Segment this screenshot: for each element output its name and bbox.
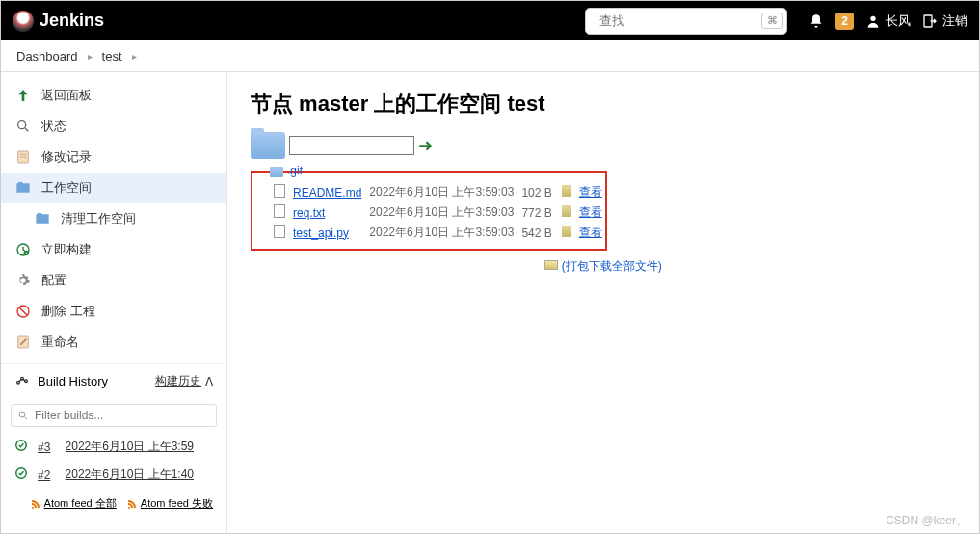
atom-feed-all[interactable]: Atom feed 全部	[30, 496, 117, 511]
user-name: 长风	[886, 13, 911, 30]
svg-line-12	[19, 307, 27, 315]
build-history-toggle[interactable]: 构建历史 ᐱ	[155, 373, 213, 389]
success-icon	[14, 439, 28, 455]
sidebar-item-label: 返回面板	[41, 87, 92, 104]
delete-icon	[14, 303, 32, 320]
sidebar-item-back[interactable]: 返回面板	[1, 80, 226, 111]
main-content: 节点 master 上的工作空间 test ➜ .git README.md 2…	[227, 72, 979, 533]
gear-icon	[14, 272, 32, 289]
file-view-link[interactable]: 查看	[579, 226, 602, 239]
sidebar-item-label: 立即构建	[41, 241, 92, 258]
zip-icon	[562, 185, 571, 197]
search-input[interactable]	[599, 13, 761, 28]
bell-icon[interactable]	[808, 13, 824, 29]
sidebar-item-label: 修改记录	[41, 148, 92, 166]
search-icon	[14, 118, 32, 135]
table-row: README.md 2022年6月10日 上午3:59:03 102 B 查看	[270, 182, 606, 202]
zip-icon	[562, 205, 571, 217]
atom-feed-fail[interactable]: Atom feed 失败	[126, 496, 213, 511]
sidebar-item-label: 状态	[41, 118, 66, 135]
chevron-right-icon: ▸	[132, 51, 137, 62]
build-date[interactable]: 2022年6月10日 上午1:40	[66, 467, 194, 483]
path-bar: ➜	[251, 132, 956, 159]
file-date: 2022年6月10日 上午3:59:03	[365, 202, 517, 223]
user-icon	[865, 13, 881, 29]
folder-icon	[270, 167, 283, 177]
jenkins-mascot-icon	[13, 11, 34, 32]
sidebar-item-configure[interactable]: 配置	[1, 265, 226, 296]
file-name-link[interactable]: test_api.py	[293, 227, 349, 240]
svg-point-17	[19, 412, 25, 417]
watermark: CSDN @keer、	[886, 513, 967, 529]
table-row: test_api.py 2022年6月10日 上午3:59:03 542 B 查…	[270, 223, 606, 243]
sidebar-item-wipe-workspace[interactable]: 清理工作空间	[1, 203, 226, 234]
logout-link[interactable]: 注销	[922, 13, 967, 30]
filter-builds-box[interactable]	[11, 404, 217, 427]
file-listing: .git README.md 2022年6月10日 上午3:59:03 102 …	[251, 171, 607, 251]
breadcrumb-item-dashboard[interactable]: Dashboard	[16, 49, 78, 64]
file-size: 102 B	[517, 182, 555, 202]
folder-icon	[251, 132, 285, 159]
build-number[interactable]: #2	[38, 468, 50, 482]
build-history-header: Build History 构建历史 ᐱ	[1, 363, 226, 398]
page-title: 节点 master 上的工作空间 test	[251, 90, 956, 119]
sidebar-item-status[interactable]: 状态	[1, 111, 226, 142]
file-icon	[274, 204, 285, 218]
user-link[interactable]: 长风	[865, 13, 911, 30]
sidebar-item-build-now[interactable]: 立即构建	[1, 234, 226, 265]
edit-icon	[14, 334, 32, 351]
path-input[interactable]	[289, 136, 414, 155]
breadcrumb: Dashboard ▸ test ▸	[1, 40, 979, 72]
sidebar-item-label: 工作空间	[41, 179, 92, 197]
brand-name: Jenkins	[40, 11, 104, 31]
sidebar-item-delete[interactable]: 删除 工程	[1, 296, 226, 327]
success-icon	[14, 467, 28, 483]
search-icon	[17, 410, 29, 421]
git-folder-link[interactable]: .git	[270, 164, 303, 177]
sidebar-item-rename[interactable]: 重命名	[1, 327, 226, 358]
svg-point-2	[870, 15, 875, 20]
download-all-link[interactable]: (打包下载全部文件)	[562, 259, 662, 273]
sidebar-item-workspace[interactable]: 工作空间	[1, 173, 226, 203]
notebook-icon	[14, 148, 32, 166]
search-box[interactable]: ⌘	[585, 8, 787, 35]
build-date[interactable]: 2022年6月10日 上午3:59	[66, 439, 194, 455]
sidebar-item-label: 清理工作空间	[61, 210, 136, 227]
sidebar-item-label: 重命名	[41, 334, 79, 351]
chevron-up-icon: ᐱ	[205, 375, 213, 388]
file-name-link[interactable]: req.txt	[293, 206, 325, 220]
folder-icon	[34, 210, 51, 227]
folder-icon	[14, 179, 32, 197]
search-kbd-hint: ⌘	[761, 13, 783, 29]
file-view-link[interactable]: 查看	[579, 185, 602, 199]
file-name-link[interactable]: README.md	[293, 186, 361, 200]
arrow-up-icon	[14, 87, 32, 104]
file-size: 542 B	[517, 223, 555, 243]
file-size: 772 B	[517, 202, 555, 223]
zip-icon	[562, 226, 571, 237]
file-icon	[274, 184, 285, 198]
topbar: Jenkins ⌘ 2 长风 注销	[1, 1, 979, 40]
breadcrumb-item-test[interactable]: test	[102, 49, 122, 64]
sidebar-item-label: 配置	[41, 272, 66, 289]
file-view-link[interactable]: 查看	[579, 205, 602, 219]
download-all-row: (打包下载全部文件)	[251, 258, 956, 282]
filter-builds-input[interactable]	[35, 409, 210, 422]
build-row[interactable]: #3 2022年6月10日 上午3:59	[1, 433, 226, 461]
content: 返回面板 状态 修改记录 工作空间 清理工作空间 立即构建 配置 删除 工程	[1, 72, 979, 533]
chevron-right-icon: ▸	[88, 51, 93, 62]
go-arrow-icon[interactable]: ➜	[418, 135, 433, 156]
atom-feed-row: Atom feed 全部 Atom feed 失败	[1, 489, 226, 519]
build-row[interactable]: #2 2022年6月10日 上午1:40	[1, 461, 226, 489]
topbar-actions: 2 长风 注销	[808, 13, 967, 30]
clock-play-icon	[14, 241, 32, 258]
svg-line-18	[25, 417, 28, 420]
notification-badge[interactable]: 2	[835, 13, 854, 30]
sidebar-item-changes[interactable]: 修改记录	[1, 142, 226, 173]
build-number[interactable]: #3	[38, 441, 50, 454]
file-table: README.md 2022年6月10日 上午3:59:03 102 B 查看 …	[270, 182, 606, 243]
brand-logo[interactable]: Jenkins	[13, 11, 104, 32]
sidebar-item-label: 删除 工程	[41, 303, 95, 320]
logout-label: 注销	[942, 13, 967, 30]
file-date: 2022年6月10日 上午3:59:03	[365, 223, 517, 243]
